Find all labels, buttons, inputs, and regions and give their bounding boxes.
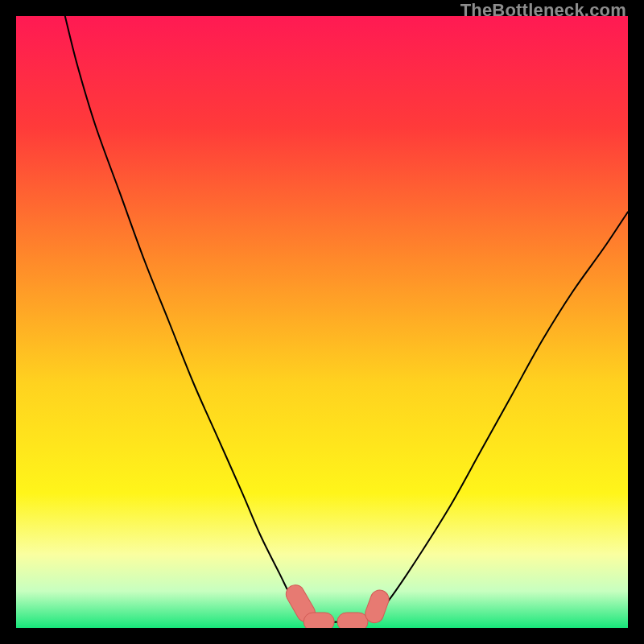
gradient-background xyxy=(16,16,628,628)
outer-frame: TheBottleneck.com xyxy=(0,0,644,644)
plot-area xyxy=(16,16,628,628)
valley-marker-2 xyxy=(337,613,368,628)
watermark-text: TheBottleneck.com xyxy=(460,0,626,21)
chart-svg xyxy=(16,16,628,628)
valley-marker-1 xyxy=(303,613,334,628)
